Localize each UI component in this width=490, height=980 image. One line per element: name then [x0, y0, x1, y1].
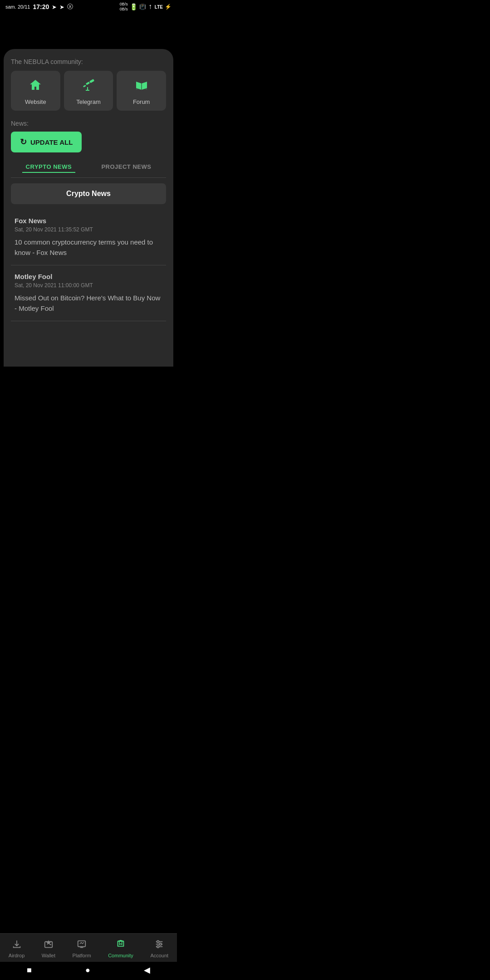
forum-button[interactable]: Forum [117, 71, 166, 111]
vibrate-icon: 📳 [139, 4, 146, 10]
news-source-1: Fox News [15, 217, 162, 225]
telegram-icon [81, 78, 96, 95]
update-all-button[interactable]: ↻ UPDATE ALL [11, 132, 82, 152]
data-speed: 0B/s 0B/s [120, 2, 128, 12]
news-headline-1: 10 common cryptocurrency terms you need … [15, 237, 162, 258]
main-card: The NEBULA community: Website [4, 49, 173, 367]
forum-icon [134, 78, 149, 95]
news-list: Fox News Sat, 20 Nov 2021 11:35:52 GMT 1… [11, 210, 166, 321]
refresh-icon: ↻ [20, 137, 27, 147]
status-right: 0B/s 0B/s 🔋 📳 ⭡ LTE ⚡ [120, 2, 172, 12]
svg-rect-1 [83, 85, 86, 88]
news-source-2: Motley Fool [15, 273, 162, 280]
crypto-news-header: Crypto News [11, 183, 166, 204]
nav-icon-1: ➤ [52, 4, 57, 10]
community-links: Website Telegram [11, 71, 166, 111]
website-button[interactable]: Website [11, 71, 60, 111]
news-tabs: CRYPTO NEWS PROJECT NEWS [11, 162, 166, 178]
svg-marker-0 [30, 80, 41, 90]
website-label: Website [25, 98, 46, 105]
app-container: The NEBULA community: Website [0, 13, 177, 367]
signal-icon: ⭡ [148, 4, 153, 10]
tab-crypto-news[interactable]: CRYPTO NEWS [22, 162, 76, 173]
news-headline-2: Missed Out on Bitcoin? Here's What to Bu… [15, 293, 162, 314]
news-section-label: News: [11, 120, 166, 127]
news-item-1[interactable]: Fox News Sat, 20 Nov 2021 11:35:52 GMT 1… [11, 210, 166, 265]
nav-icon-2: ➤ [59, 4, 64, 10]
svg-rect-2 [86, 82, 90, 85]
update-all-label: UPDATE ALL [30, 138, 73, 146]
upload-speed: 0B/s [120, 2, 128, 7]
svg-rect-3 [89, 79, 94, 83]
status-bar: sam. 20/11 17:20 ➤ ➤ ⓧ 0B/s 0B/s 🔋 📳 ⭡ L… [0, 0, 177, 13]
no-entry-icon: ⓧ [67, 3, 73, 11]
battery-icon: 🔋 [130, 3, 137, 10]
telegram-button[interactable]: Telegram [64, 71, 113, 111]
status-date: sam. 20/11 [5, 4, 30, 10]
telegram-label: Telegram [76, 98, 100, 105]
community-section-label: The NEBULA community: [11, 58, 166, 65]
lte-label: LTE [155, 5, 163, 10]
sync-icon: ⚡ [165, 4, 172, 10]
status-left: sam. 20/11 17:20 ➤ ➤ ⓧ [5, 3, 73, 11]
website-icon [28, 78, 43, 95]
tab-project-news[interactable]: PROJECT NEWS [98, 162, 155, 173]
status-time: 17:20 [33, 3, 49, 10]
news-item-2[interactable]: Motley Fool Sat, 20 Nov 2021 11:00:00 GM… [11, 265, 166, 321]
news-date-2: Sat, 20 Nov 2021 11:00:00 GMT [15, 282, 162, 289]
download-speed: 0B/s [120, 7, 128, 12]
forum-label: Forum [133, 98, 150, 105]
news-date-1: Sat, 20 Nov 2021 11:35:52 GMT [15, 226, 162, 233]
